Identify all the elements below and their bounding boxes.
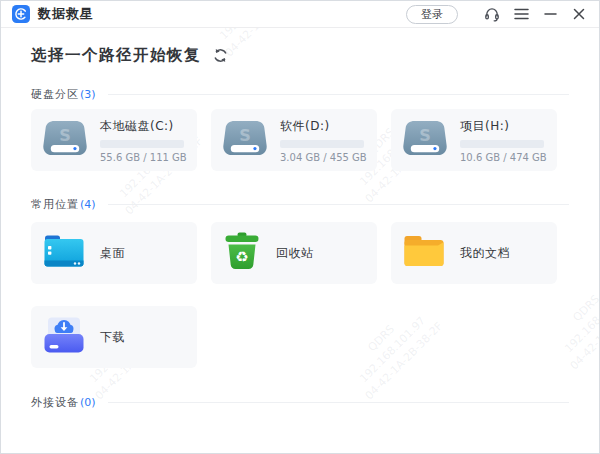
drive-size: 55.6 GB / 111 GB bbox=[100, 152, 187, 163]
support-headset-icon[interactable] bbox=[484, 6, 500, 22]
section-divider bbox=[108, 402, 569, 403]
refresh-icon[interactable] bbox=[213, 48, 228, 63]
drive-info: 软件(D:) 3.04 GB / 455 GB bbox=[280, 118, 367, 163]
location-card-downloads[interactable]: 下载 bbox=[31, 306, 197, 368]
hard-drive-icon: S bbox=[223, 120, 267, 160]
watermark-text: QDRS bbox=[339, 296, 424, 381]
watermark-text: 192.168.101.97 bbox=[351, 308, 436, 393]
downloads-icon bbox=[44, 317, 84, 357]
location-name: 桌面 bbox=[100, 245, 125, 262]
section-locations: 常用位置 (4) bbox=[31, 197, 569, 211]
section-count: (4) bbox=[80, 198, 96, 211]
watermark-text: 192.168.101.97 bbox=[556, 278, 600, 363]
section-label: 硬盘分区 bbox=[31, 87, 79, 102]
section-label: 外接设备 bbox=[31, 395, 79, 410]
section-partitions: 硬盘分区 (3) bbox=[31, 87, 569, 101]
menu-icon[interactable] bbox=[513, 6, 529, 22]
drive-name: 软件(D:) bbox=[280, 118, 367, 135]
login-button[interactable]: 登录 bbox=[406, 5, 458, 24]
drive-card-c[interactable]: S 本地磁盘(C:) 55.6 GB / 111 GB bbox=[31, 109, 197, 171]
section-count: (0) bbox=[80, 396, 96, 409]
location-card-recycle-bin[interactable]: ♻ 回收站 bbox=[211, 222, 377, 284]
svg-text:S: S bbox=[239, 126, 251, 145]
desktop-folder-icon bbox=[44, 234, 84, 272]
svg-text:S: S bbox=[419, 126, 431, 145]
page-head: 选择一个路径开始恢复 bbox=[31, 45, 228, 66]
recycle-bin-icon: ♻ bbox=[224, 232, 260, 274]
location-card-desktop[interactable]: 桌面 bbox=[31, 222, 197, 284]
app-title: 数据救星 bbox=[38, 5, 94, 23]
drive-size: 3.04 GB / 455 GB bbox=[280, 152, 367, 163]
location-name: 回收站 bbox=[276, 245, 314, 262]
watermark-text: 04-42-1A-2B-38-2F bbox=[567, 289, 600, 374]
section-external-devices: 外接设备 (0) bbox=[31, 395, 569, 409]
drive-size: 10.6 GB / 474 GB bbox=[460, 152, 547, 163]
hard-drive-icon: S bbox=[43, 120, 87, 160]
page-title: 选择一个路径开始恢复 bbox=[31, 45, 201, 66]
drive-usage-bar bbox=[100, 140, 184, 148]
app-logo-icon bbox=[12, 5, 30, 23]
drive-info: 本地磁盘(C:) 55.6 GB / 111 GB bbox=[100, 118, 187, 163]
svg-text:♻: ♻ bbox=[235, 248, 248, 266]
location-card-documents[interactable]: 我的文档 bbox=[391, 222, 557, 284]
watermark-text: 04-42-1A-2B-38-2F bbox=[362, 319, 447, 404]
watermark: QDRS 192.168.101.97 04-42-1A-2B-38-2F bbox=[339, 296, 446, 403]
close-icon[interactable] bbox=[571, 6, 587, 22]
section-divider bbox=[108, 94, 569, 95]
hard-drive-icon: S bbox=[403, 120, 447, 160]
location-name: 下载 bbox=[100, 329, 125, 346]
drive-name: 项目(H:) bbox=[460, 118, 547, 135]
drive-usage-bar bbox=[460, 140, 544, 148]
drive-card-d[interactable]: S 软件(D:) 3.04 GB / 455 GB bbox=[211, 109, 377, 171]
documents-folder-icon bbox=[404, 234, 444, 272]
drive-name: 本地磁盘(C:) bbox=[100, 118, 187, 135]
titlebar: 数据救星 登录 bbox=[1, 1, 599, 28]
section-label: 常用位置 bbox=[31, 197, 79, 212]
location-name: 我的文档 bbox=[460, 245, 510, 262]
drive-info: 项目(H:) 10.6 GB / 474 GB bbox=[460, 118, 547, 163]
section-count: (3) bbox=[80, 88, 96, 101]
drive-usage-bar bbox=[280, 140, 364, 148]
svg-text:S: S bbox=[59, 126, 71, 145]
section-divider bbox=[108, 204, 569, 205]
minimize-icon[interactable] bbox=[542, 6, 558, 22]
drive-card-h[interactable]: S 项目(H:) 10.6 GB / 474 GB bbox=[391, 109, 557, 171]
